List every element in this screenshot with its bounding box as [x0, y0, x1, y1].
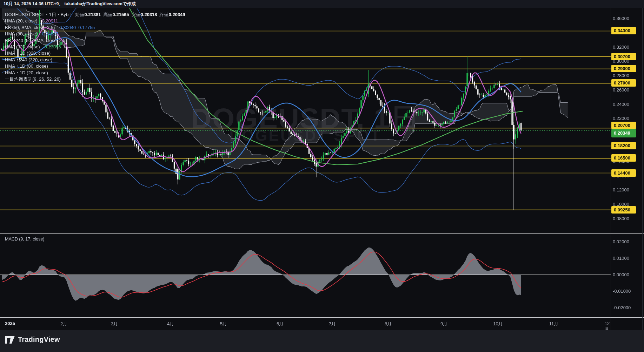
price-tick-label: 0.28000 [613, 73, 643, 78]
footer-bar: TradingView [0, 330, 644, 352]
price-tick-label: 0.08000 [613, 216, 643, 221]
level-price-badge: 0.09250 [611, 206, 636, 214]
right-edge-border [642, 8, 643, 330]
tradingview-brand-text: TradingView [18, 336, 60, 344]
price-tick-label: 0.26000 [613, 88, 643, 93]
legend-row[interactable]: DOGEUSDT SPOT・1日・Bybit始値0.21381高値0.21565… [5, 12, 185, 18]
price-axis-border [611, 8, 611, 330]
legend-segment: HMA・1D (80, close) [5, 63, 48, 69]
time-axis-month-label: 9月 [440, 321, 447, 327]
legend-segment: HMA (80, close) [5, 31, 37, 36]
legend-segment: 0.30040 [59, 25, 76, 30]
legend-row[interactable]: BB (50, SMA, close, 2.5)0.300400.17755 [5, 25, 185, 31]
legend-segment: DOGEUSDT SPOT・1日・Bybit [5, 12, 71, 17]
tradingview-logo[interactable]: TradingView [5, 336, 60, 344]
level-price-badge: 0.29000 [611, 65, 636, 72]
price-tick-label: 0.12000 [613, 188, 643, 192]
time-axis-month-label: 11月 [549, 321, 559, 327]
time-axis-month-label: 10月 [493, 321, 503, 327]
indicator-legend: DOGEUSDT SPOT・1日・Bybit始値0.21381高値0.21565… [5, 12, 185, 82]
macd-tick-label: 0.01000 [613, 256, 643, 261]
time-axis-month-label: 8月 [385, 321, 392, 327]
legend-segment: 安値 [132, 12, 141, 17]
time-axis-month-label: 12月 [605, 321, 610, 330]
legend-segment: HMA・1D (20, close) [5, 70, 48, 75]
legend-segment: HMA (320, close) [5, 44, 40, 49]
legend-segment: BB (50, SMA, close, 2.5) [5, 25, 55, 30]
price-tick-label: 0.36000 [613, 16, 643, 21]
last-price-badge: 0.20349 [611, 129, 636, 137]
time-axis-month-label: 3月 [111, 321, 118, 327]
legend-segment: 0.17755 [78, 25, 95, 30]
time-axis-year-label: 2025 [5, 321, 15, 326]
price-tick-label: 0.22000 [613, 116, 643, 121]
macd-indicator-title[interactable]: MACD (9, 17, close) [5, 237, 45, 242]
legend-segment: 始値 [75, 12, 85, 17]
level-price-badge: 0.27000 [611, 79, 636, 87]
time-axis-month-label: 6月 [277, 321, 284, 327]
tradingview-chart-page: 10月 14, 2025 14:36 UTC+9、 takatabaがTradi… [0, 0, 644, 352]
level-price-badge: 0.30700 [611, 53, 636, 60]
legend-segment: 0.20349 [169, 12, 185, 17]
time-axis-month-label: 5月 [220, 321, 227, 327]
legend-segment: 終値 [160, 12, 169, 17]
macd-tick-label: -0.01000 [613, 289, 643, 294]
legend-segment: 0.21565 [113, 12, 129, 17]
time-axis-month-label: 4月 [167, 321, 174, 327]
time-axis-month-label: 2月 [60, 321, 67, 327]
legend-segment: 0.23056 [45, 44, 61, 49]
legend-row[interactable]: HMA (80, close)0.24887 [5, 31, 185, 37]
level-price-badge: 0.20700 [611, 122, 636, 129]
legend-segment: 0.20318 [141, 12, 157, 17]
legend-row[interactable]: HMA・1D (320, close) [5, 50, 185, 56]
legend-row[interactable]: HMA・1D (20, close) [5, 70, 185, 76]
legend-segment: HMA・240 (320, close) [5, 57, 52, 62]
level-price-badge: 0.34300 [611, 27, 636, 34]
level-price-badge: 0.16500 [611, 154, 636, 162]
macd-tick-label: 0.00000 [613, 272, 643, 277]
tradingview-logo-icon [5, 336, 15, 344]
time-axis[interactable]: 20252月3月4月5月6月7月8月9月10月11月12月 [0, 318, 611, 330]
legend-segment: 0.21381 [85, 12, 101, 17]
legend-row[interactable]: HMA・1D (80, close) [5, 63, 185, 69]
price-tick-label: 0.32000 [613, 45, 643, 50]
time-axis-month-label: 7月 [329, 321, 336, 327]
level-price-badge: 0.18200 [611, 142, 636, 149]
legend-row[interactable]: HMA (20, close)0.20911 [5, 18, 185, 24]
legend-segment: 高値 [104, 12, 113, 17]
legend-segment: BB・240 (50, SMA, close, 2.5) [5, 38, 67, 43]
legend-row[interactable]: HMA・240 (320, close) [5, 57, 185, 63]
legend-row[interactable]: BB・240 (50, SMA, close, 2.5) [5, 38, 185, 44]
legend-segment: 0.20911 [42, 18, 58, 23]
macd-tick-label: -0.02000 [613, 305, 643, 310]
macd-tick-label: 0.02000 [613, 239, 643, 244]
legend-row[interactable]: HMA (320, close)0.23056 [5, 44, 185, 50]
legend-segment: HMA・1D (320, close) [5, 50, 51, 56]
legend-row[interactable]: 一目均衡表® (9, 26, 52, 26) [5, 76, 185, 82]
pane-separator-main-macd[interactable] [0, 233, 644, 233]
legend-segment: 0.24887 [42, 31, 58, 36]
price-tick-label: 0.24000 [613, 102, 643, 107]
legend-segment: HMA (20, close) [5, 18, 37, 23]
level-price-badge: 0.14400 [611, 169, 636, 177]
legend-segment: 一目均衡表® (9, 26, 52, 26) [5, 76, 61, 82]
